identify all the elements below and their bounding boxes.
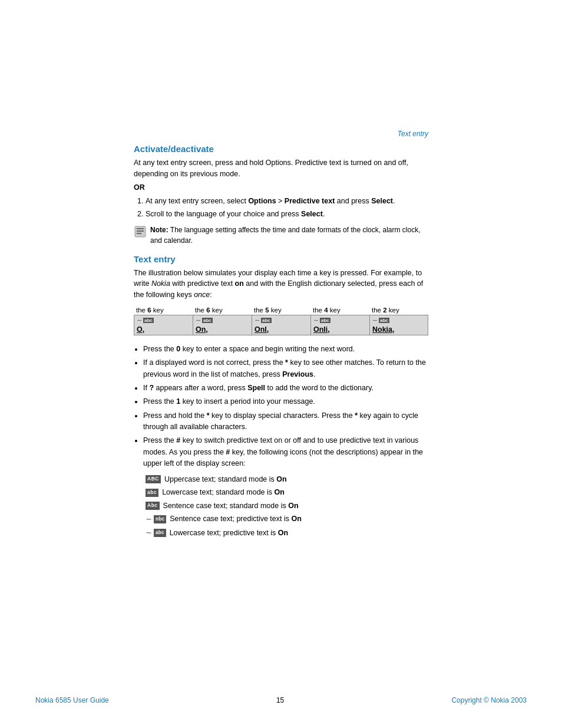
note-icon [134, 225, 147, 238]
footer-left: Nokia 6585 User Guide [35, 696, 109, 704]
svg-rect-3 [137, 233, 141, 234]
bullet-1: Press the 0 key to enter a space and beg… [143, 344, 428, 355]
page-footer: Nokia 6585 User Guide 15 Copyright © Nok… [0, 696, 562, 704]
section1-or: OR [134, 183, 428, 192]
key-label-5: the 2 key [369, 307, 428, 314]
mode-text-5: Lowercase text; predictive text is On [170, 528, 288, 539]
key4-word: Onli, [313, 325, 330, 334]
mode-icon-sentence: Abc [146, 502, 160, 510]
key1-top-icon: ∼ abc [137, 317, 154, 324]
key5-top-icon: ∼ abc [372, 317, 389, 324]
key3-word: Onl, [254, 325, 269, 334]
content-area: Text entry Activate/deactivate At any te… [134, 0, 428, 590]
section1-title: Activate/deactivate [134, 144, 428, 154]
mode-icon-list: ABC Uppercase text; standard mode is On … [146, 475, 428, 539]
mode-icon-lowercase: abc [146, 489, 158, 497]
mode-text-3: Sentence case text; standard mode is On [163, 501, 299, 512]
key-cell-4: ∼ abc Onli, [310, 315, 369, 335]
svg-rect-1 [137, 228, 144, 229]
key2-top-icon: ∼ abc [196, 317, 213, 324]
mode-item-1: ABC Uppercase text; standard mode is On [146, 475, 428, 485]
key-label-4: the 4 key [310, 307, 369, 314]
mode-text-2: Lowercase text; standard mode is On [162, 487, 285, 498]
page-header-label: Text entry [134, 130, 428, 138]
note-box: Note: The language setting affects the t… [134, 225, 428, 246]
mode-item-2: abc Lowercase text; standard mode is On [146, 487, 428, 498]
page: Text entry Activate/deactivate At any te… [0, 0, 562, 728]
bullet-6: Press the # key to switch predictive tex… [143, 435, 428, 469]
section1-step-1: At any text entry screen, select Options… [146, 195, 428, 207]
section-text-entry: Text entry The illustration below simula… [134, 254, 428, 539]
section1-intro: At any text entry screen, press and hold… [134, 157, 428, 180]
key-label-1: the 6 key [134, 307, 193, 314]
key-label-3: the 5 key [252, 307, 310, 314]
mode-icon-pred-sentence: ∼ nbc [146, 514, 166, 525]
bullet-4: Press the 1 key to insert a period into … [143, 396, 428, 407]
section2-intro: The illustration below simulates your di… [134, 268, 428, 301]
key1-word: O, [137, 325, 144, 334]
section-activate: Activate/deactivate At any text entry sc… [134, 144, 428, 246]
key-label-2: the 6 key [193, 307, 252, 314]
bullet-2: If a displayed word is not correct, pres… [143, 357, 428, 380]
mode-icon-uppercase: ABC [146, 475, 161, 483]
key-images-row: ∼ abc O, ∼ abc On, ∼ [134, 315, 428, 335]
key-labels-row: the 6 key the 6 key the 5 key the 4 key … [134, 307, 428, 314]
mode-text-4: Sentence case text; predictive text is O… [170, 514, 302, 525]
key5-word: Nokia, [372, 325, 395, 334]
header-section-label: Text entry [398, 130, 428, 138]
mode-item-5: ∼ abc Lowercase text; predictive text is… [146, 528, 428, 538]
key-cell-2: ∼ abc On, [193, 315, 252, 335]
footer-center: 15 [276, 696, 284, 704]
key4-top-icon: ∼ abc [313, 317, 330, 324]
key2-word: On, [196, 325, 208, 334]
svg-rect-2 [137, 230, 144, 232]
key-table: the 6 key the 6 key the 5 key the 4 key … [134, 307, 428, 335]
section1-step-2: Scroll to the language of your choice an… [146, 208, 428, 220]
key3-top-icon: ∼ abc [254, 317, 272, 324]
key-cell-1: ∼ abc O, [134, 315, 193, 335]
mode-text-1: Uppercase text; standard mode is On [164, 475, 287, 485]
mode-item-3: Abc Sentence case text; standard mode is… [146, 501, 428, 512]
bullet-list: Press the 0 key to enter a space and beg… [143, 344, 428, 470]
mode-icon-pred-lower: ∼ abc [146, 528, 166, 538]
key-cell-5: ∼ abc Nokia, [369, 315, 428, 335]
footer-right: Copyright © Nokia 2003 [451, 696, 527, 704]
section2-title: Text entry [134, 254, 428, 264]
key-cell-3: ∼ abc Onl, [252, 315, 310, 335]
section1-steps: At any text entry screen, select Options… [146, 195, 428, 220]
note-text: Note: The language setting affects the t… [150, 225, 428, 246]
bullet-3: If ? appears after a word, press Spell t… [143, 383, 428, 394]
bullet-5: Press and hold the * key to display spec… [143, 410, 428, 433]
mode-item-4: ∼ nbc Sentence case text; predictive tex… [146, 514, 428, 525]
